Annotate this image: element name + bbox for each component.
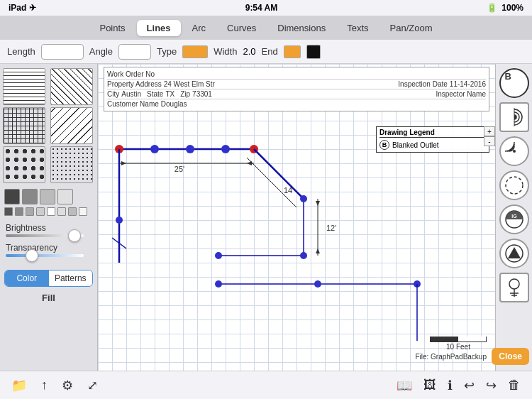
- swatch-small-5[interactable]: [47, 207, 55, 216]
- tab-lines[interactable]: Lines: [137, 20, 181, 36]
- undo-icon[interactable]: ↩: [464, 378, 475, 393]
- angle-input[interactable]: [118, 44, 151, 60]
- length-input[interactable]: [41, 44, 84, 60]
- share-icon[interactable]: ↑: [41, 378, 48, 393]
- tab-dimensions[interactable]: Dimensions: [267, 20, 336, 36]
- tab-curves[interactable]: Curves: [217, 20, 266, 36]
- swatch-small-3[interactable]: [26, 207, 34, 216]
- symbol-half-circles[interactable]: [499, 102, 529, 132]
- scale-text: 10 Feet: [430, 343, 487, 351]
- close-button[interactable]: Close: [492, 348, 529, 365]
- inspector-name-key: Inspector Name: [436, 90, 486, 98]
- swatch-light[interactable]: [40, 189, 55, 204]
- customer-name-key: Customer Name: [107, 100, 159, 108]
- city-key: City: [107, 90, 119, 98]
- end-label: End: [262, 46, 278, 57]
- dim-line-14: [247, 158, 297, 207]
- status-right: 🔋 100%: [487, 3, 523, 13]
- property-address-val: 24 West Elm Str: [164, 80, 215, 88]
- bottom-bar: 📁 ↑ ⚙ ⤢ 📖 🖼 ℹ ↩ ↪ 🗑: [0, 371, 532, 399]
- pattern-circles[interactable]: [3, 146, 45, 183]
- legend-symbol-b: B: [379, 140, 389, 150]
- status-time: 9:54 AM: [245, 3, 278, 13]
- trash-icon[interactable]: 🗑: [508, 378, 521, 393]
- legend-box: Drawing Legend B Blanked Outlet: [376, 126, 489, 153]
- pattern-cross[interactable]: [3, 107, 45, 144]
- pattern-area: [0, 65, 98, 186]
- legend-plus-btn[interactable]: +: [484, 126, 495, 136]
- symbol-b[interactable]: B: [499, 68, 529, 98]
- line-diagonal: [254, 149, 304, 199]
- battery-percent: 100%: [501, 3, 523, 13]
- width-label: Width: [214, 46, 237, 57]
- bottom-left-icons: 📁 ↑ ⚙ ⤢: [11, 378, 98, 393]
- swatch-pale[interactable]: [57, 189, 73, 204]
- transparency-track[interactable]: [6, 254, 84, 257]
- zip-val: 73301: [192, 90, 212, 98]
- color-swatches-row: [0, 186, 97, 207]
- color-btn[interactable]: Color: [5, 270, 49, 286]
- transparency-thumb[interactable]: [26, 249, 38, 262]
- type-label: Type: [157, 46, 177, 57]
- symbol-quarter-circles[interactable]: [499, 136, 529, 166]
- pattern-wide-diag[interactable]: [50, 107, 93, 144]
- tab-arc[interactable]: Arc: [182, 20, 216, 36]
- canvas-area[interactable]: Work Order No Property Address 24 West E…: [98, 64, 495, 371]
- width-value: 2.0: [243, 46, 255, 57]
- property-address-key: Property Address: [107, 80, 162, 88]
- swatch-small-8[interactable]: [79, 207, 87, 216]
- dot-7: [300, 252, 307, 259]
- brightness-thumb[interactable]: [68, 229, 81, 242]
- brightness-track[interactable]: [6, 234, 84, 237]
- type-swatch[interactable]: [182, 45, 208, 58]
- book-icon[interactable]: 📖: [397, 378, 412, 393]
- angle-label: Angle: [89, 46, 113, 57]
- tab-texts[interactable]: Texts: [337, 20, 378, 36]
- tab-points[interactable]: Points: [89, 20, 135, 36]
- customer-name-val: Douglas: [161, 100, 187, 108]
- symbol-ig[interactable]: IG: [499, 204, 529, 234]
- swatch-medium[interactable]: [22, 189, 38, 204]
- status-bar: iPad ✈ 9:54 AM 🔋 100%: [0, 0, 532, 16]
- pattern-dots[interactable]: [50, 146, 93, 183]
- svg-marker-6: [508, 247, 521, 258]
- symbol-dashed-circle[interactable]: [499, 170, 529, 200]
- swatch-small-6[interactable]: [57, 207, 66, 216]
- settings-icon[interactable]: ⚙: [62, 378, 73, 393]
- scale-bar-line: [430, 337, 487, 342]
- zip-key: Zip: [180, 90, 190, 98]
- inspection-date-val: 11-14-2016: [450, 80, 486, 88]
- swatch-small-4[interactable]: [36, 207, 45, 216]
- expand-icon[interactable]: ⤢: [87, 378, 98, 393]
- dot-8: [215, 280, 222, 288]
- end-swatch-black[interactable]: [306, 45, 321, 59]
- svg-point-2: [506, 177, 523, 194]
- swatch-small-1[interactable]: [4, 207, 13, 216]
- folder-icon[interactable]: 📁: [11, 378, 27, 393]
- dot-6: [215, 252, 222, 259]
- symbol-triangle-circle[interactable]: [499, 239, 529, 268]
- file-label: File: GraphPadBackup: [415, 353, 487, 361]
- form-header: Work Order No Property Address 24 West E…: [104, 67, 489, 111]
- image-icon[interactable]: 🖼: [423, 378, 436, 393]
- pattern-lines[interactable]: [3, 68, 45, 105]
- swatch-small-2[interactable]: [15, 207, 23, 216]
- end-swatch-orange[interactable]: [284, 45, 301, 58]
- right-panel: B: [495, 64, 532, 371]
- svg-point-1: [513, 150, 516, 153]
- dot-left-1: [116, 217, 123, 224]
- info-icon[interactable]: ℹ: [448, 378, 453, 393]
- transparency-row: Transparency: [6, 243, 92, 257]
- legend-item-0: B Blanked Outlet: [379, 139, 486, 151]
- legend-controls: + -: [484, 126, 495, 146]
- symbol-power[interactable]: [499, 273, 529, 302]
- pattern-diagonal[interactable]: [50, 68, 93, 105]
- swatch-small-7[interactable]: [68, 207, 77, 216]
- patterns-btn[interactable]: Patterns: [49, 270, 93, 286]
- legend-item-label-0: Blanked Outlet: [392, 141, 439, 149]
- legend-minus-btn[interactable]: -: [484, 136, 495, 146]
- redo-icon[interactable]: ↪: [486, 378, 497, 393]
- swatch-dark[interactable]: [4, 189, 20, 204]
- dot-2: [186, 145, 194, 153]
- tab-panzoom[interactable]: Pan/Zoom: [380, 20, 443, 36]
